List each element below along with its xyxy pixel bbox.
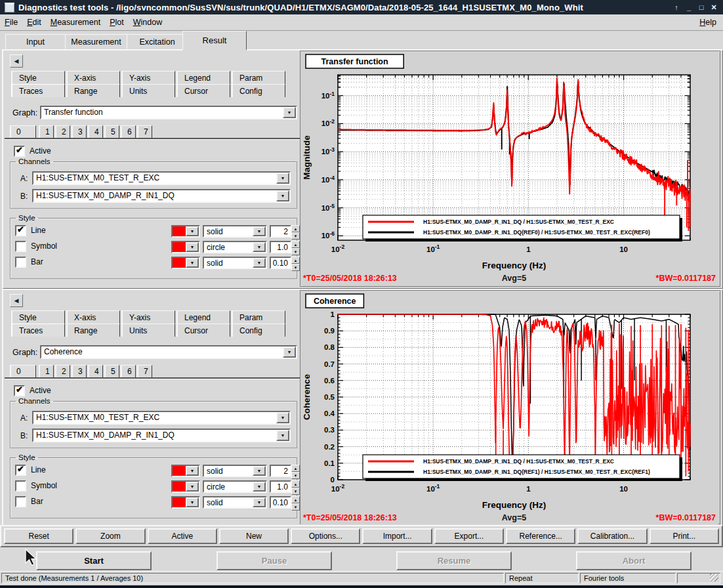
chevron-down-icon[interactable]: ▼ [276,412,289,423]
coherence-canvas[interactable]: 10-210-111000.10.20.30.40.50.60.70.80.91… [300,290,720,524]
subtab-cursor[interactable]: Cursor [176,324,230,337]
subtab-param[interactable]: Param [232,310,285,324]
chevron-down-icon[interactable]: ▼ [186,242,199,252]
line-checkbox[interactable]: ✔ [15,225,26,236]
chevron-down-icon[interactable]: ▼ [276,190,289,201]
options-button[interactable]: Options... [291,528,360,544]
menu-item-help[interactable]: Help [693,16,723,29]
subtab-range[interactable]: Range [66,324,120,337]
collapse-panel-button[interactable]: ◀ [10,54,23,68]
subtab-traces[interactable]: Traces [11,84,65,97]
chevron-down-icon[interactable]: ▼ [276,173,289,184]
chevron-down-icon[interactable]: ▼ [186,466,199,476]
line-size-stepper[interactable]: ▲▼ [291,465,300,479]
zoom-button[interactable]: Zoom [75,528,145,544]
trace-tab-3[interactable]: 3 [72,365,87,377]
trace-tab-4[interactable]: 4 [88,125,103,138]
symbol-checkbox[interactable] [15,241,26,252]
trace-tab-5[interactable]: 5 [104,365,119,377]
calibration-button[interactable]: Calibration... [577,528,647,544]
menu-item-measurement[interactable]: Measurement [46,16,105,29]
bar-checkbox[interactable] [15,496,26,507]
trace-tab-2[interactable]: 2 [55,125,70,138]
subtab-units[interactable]: Units [121,84,175,97]
spin-up-icon[interactable]: ▲ [291,225,300,232]
close-button[interactable]: ✕ [709,2,719,12]
subtab-config[interactable]: Config [232,84,285,97]
new-button[interactable]: New [219,528,289,544]
spin-up-icon[interactable]: ▲ [291,465,300,472]
subtab-x-axis[interactable]: X-axis [66,310,120,324]
line-style-select[interactable]: solid▼ [203,225,267,238]
trace-tab-7[interactable]: 7 [137,365,152,377]
export-button[interactable]: Export... [434,528,504,544]
chevron-down-icon[interactable]: ▼ [253,242,266,252]
chevron-down-icon[interactable]: ▼ [186,258,199,268]
line-color-select[interactable]: ▼ [171,465,200,477]
trace-tab-2[interactable]: 2 [55,365,70,377]
spin-down-icon[interactable]: ▼ [291,472,300,479]
line-style-select[interactable]: solid▼ [203,465,267,477]
channel-b-select[interactable]: H1:SUS-ETMX_M0_DAMP_R_IN1_DQ ▼ [32,429,291,442]
menu-item-window[interactable]: Window [129,16,167,29]
tab-result[interactable]: Result [182,31,247,51]
transfer-function-canvas[interactable]: 10-210-111010-110-210-310-410-510-6Frequ… [300,51,720,287]
line-checkbox[interactable]: ✔ [15,465,26,476]
channel-a-select[interactable]: H1:SUS-ETMX_M0_TEST_R_EXC ▼ [32,171,291,185]
transfer-function-plot[interactable]: 10-210-111010-110-210-310-410-510-6Frequ… [300,51,718,285]
trace-tab-3[interactable]: 3 [72,125,87,138]
bar-color-select[interactable]: ▼ [171,496,200,509]
menu-item-plot[interactable]: Plot [105,16,129,29]
channel-a-select[interactable]: H1:SUS-ETMX_M0_TEST_R_EXC ▼ [32,411,291,425]
symbol-checkbox[interactable] [15,480,26,492]
bar-size-field[interactable]: 0.10 [270,496,291,509]
resize-grip-icon[interactable] [710,573,718,581]
reset-button[interactable]: Reset [4,528,73,544]
maximize-button[interactable]: □ [696,2,707,12]
subtab-style[interactable]: Style [11,71,65,84]
chevron-down-icon[interactable]: ▼ [186,482,199,492]
import-button[interactable]: Import... [362,528,432,544]
subtab-traces[interactable]: Traces [11,324,65,337]
symbol-size-field[interactable]: 1.0 [270,241,291,253]
trace-tab-0[interactable]: 0 [10,125,36,138]
line-size-field[interactable]: 2 [270,465,291,477]
channel-b-select[interactable]: H1:SUS-ETMX_M0_DAMP_R_IN1_DQ ▼ [32,189,291,203]
resume-button[interactable]: Resume [396,551,512,570]
coherence-plot[interactable]: 10-210-111000.10.20.30.40.50.60.70.80.91… [300,291,718,524]
subtab-param[interactable]: Param [232,71,285,84]
chevron-down-icon[interactable]: ▼ [253,226,266,236]
chevron-down-icon[interactable]: ▼ [253,497,266,507]
chevron-down-icon[interactable]: ▼ [253,466,266,476]
spin-down-icon[interactable]: ▼ [291,503,300,511]
symbol-size-stepper[interactable]: ▲▼ [291,241,300,255]
bar-style-select[interactable]: solid▼ [203,257,267,269]
start-button[interactable]: Start [36,551,152,570]
spin-down-icon[interactable]: ▼ [291,264,300,271]
print-button[interactable]: Print... [650,528,719,544]
trace-tab-6[interactable]: 6 [121,125,136,138]
tab-excitation[interactable]: Excitation [127,34,188,49]
bar-checkbox[interactable] [15,257,26,268]
subtab-x-axis[interactable]: X-axis [66,71,120,84]
trace-tab-6[interactable]: 6 [121,365,136,377]
graph-select[interactable]: Coherence ▼ [40,345,297,359]
chevron-down-icon[interactable]: ▼ [253,482,266,492]
subtab-y-axis[interactable]: Y-axis [121,310,175,324]
abort-button[interactable]: Abort [576,551,692,570]
tab-measurement[interactable]: Measurement [65,34,127,49]
spin-up-icon[interactable]: ▲ [291,257,300,264]
trace-tab-0[interactable]: 0 [10,365,36,377]
chevron-down-icon[interactable]: ▼ [276,430,289,441]
subtab-range[interactable]: Range [66,84,120,97]
reference-button[interactable]: Reference... [506,528,575,544]
minimize-button[interactable]: _ [684,2,694,12]
symbol-color-select[interactable]: ▼ [171,241,200,253]
symbol-style-select[interactable]: circle▼ [203,241,267,253]
spin-down-icon[interactable]: ▼ [291,488,300,495]
bar-size-stepper[interactable]: ▲▼ [291,257,300,271]
trace-tab-7[interactable]: 7 [137,125,152,138]
tab-input[interactable]: Input [5,34,66,49]
trace-tab-4[interactable]: 4 [88,365,103,377]
trace-tab-5[interactable]: 5 [104,125,119,138]
